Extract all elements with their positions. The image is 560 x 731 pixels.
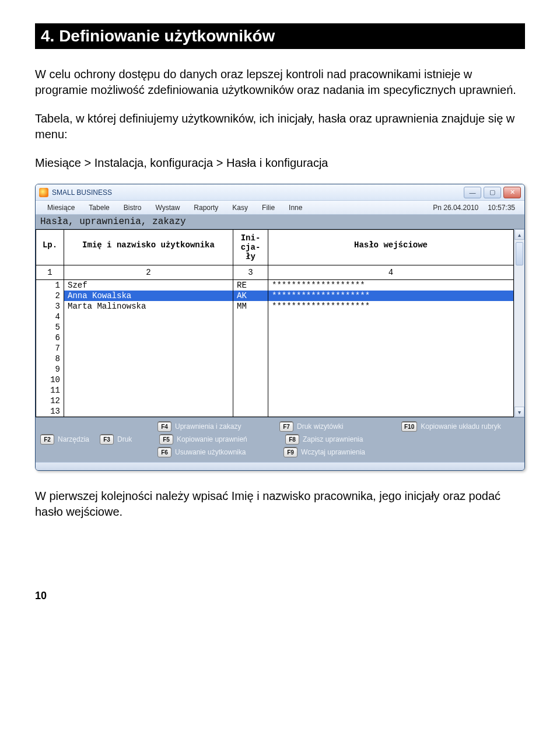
cell-initials — [233, 312, 268, 322]
fn-f10[interactable]: F10 Kopiowanie układu rubryk — [401, 421, 520, 432]
scroll-thumb[interactable] — [516, 242, 523, 265]
status-time: 10:57:35 — [483, 204, 520, 212]
fn-f8[interactable]: F8 Zapisz uprawnienia — [285, 434, 408, 445]
table-row[interactable]: 2Anna KowalskaAK******************** — [36, 291, 514, 301]
f5-key-icon: F5 — [159, 434, 173, 445]
col-header-password: Hasło wejściowe — [268, 230, 514, 265]
cell-password: ******************* — [268, 280, 514, 291]
menu-inne[interactable]: Inne — [282, 204, 309, 212]
window-status-strip — [36, 462, 524, 470]
f2-key-icon: F2 — [40, 434, 54, 445]
cell-lp: 4 — [36, 312, 64, 322]
table-row[interactable]: 3Marta MalinowskaMM******************** — [36, 301, 514, 312]
f8-key-icon: F8 — [285, 434, 299, 445]
fn-f9[interactable]: F9 Wczytaj uprawnienia — [284, 447, 406, 457]
cell-initials — [233, 396, 268, 406]
f3-key-icon: F3 — [100, 434, 114, 445]
cell-initials — [233, 322, 268, 333]
app-window: SMALL BUSINESS — ▢ ✕ Miesiące Tabele Bis… — [35, 184, 525, 471]
col-header-lp: Lp. — [36, 230, 64, 265]
cell-name — [64, 406, 233, 417]
status-date: Pn 26.04.2010 — [428, 204, 483, 212]
fn-f2[interactable]: F2 Narzędzia — [40, 434, 96, 445]
table-row[interactable]: 10 — [36, 375, 514, 385]
cell-password — [268, 354, 514, 364]
cell-lp: 13 — [36, 406, 64, 417]
intro-paragraph-1: W celu ochrony dostępu do danych oraz le… — [35, 67, 525, 98]
table-row[interactable]: 13 — [36, 406, 514, 417]
minimize-button[interactable]: — — [464, 187, 481, 198]
fn-f3[interactable]: F3 Druk — [100, 434, 156, 445]
table-row[interactable]: 6 — [36, 333, 514, 343]
menu-filie[interactable]: Filie — [255, 204, 282, 212]
f7-key-icon: F7 — [279, 421, 293, 432]
users-table: Lp. Imię i nazwisko użytkownika Ini- cja… — [36, 229, 514, 417]
menu-kasy[interactable]: Kasy — [225, 204, 255, 212]
vertical-scrollbar[interactable]: ▴ ▾ — [514, 229, 524, 417]
cell-password — [268, 312, 514, 322]
cell-name — [64, 312, 233, 322]
intro-paragraph-2: Tabela, w której definiujemy użytkownikó… — [35, 111, 525, 142]
cell-name — [64, 322, 233, 333]
cell-initials — [233, 406, 268, 417]
function-key-bar: F4 Uprawnienia i zakazy F7 Druk wizytówk… — [36, 417, 524, 462]
table-row[interactable]: 7 — [36, 343, 514, 354]
fn-f6[interactable]: F6 Usuwanie użytkownika — [158, 447, 280, 457]
fn-f5[interactable]: F5 Kopiowanie uprawnień — [159, 434, 282, 445]
table-row[interactable]: 11 — [36, 385, 514, 396]
f9-label: Wczytaj uprawnienia — [301, 448, 365, 456]
cell-password — [268, 375, 514, 385]
menu-bistro[interactable]: Bistro — [117, 204, 149, 212]
cell-password — [268, 333, 514, 343]
scroll-track[interactable] — [514, 240, 524, 407]
cell-name — [64, 343, 233, 354]
cell-initials: RE — [233, 280, 268, 291]
cell-name — [64, 385, 233, 396]
col-index-4: 4 — [268, 265, 514, 280]
fn-f7[interactable]: F7 Druk wizytówki — [279, 421, 398, 432]
menu-miesiace[interactable]: Miesiące — [40, 204, 82, 212]
cell-lp: 7 — [36, 343, 64, 354]
window-title: SMALL BUSINESS — [52, 188, 112, 197]
table-row[interactable]: 1SzefRE******************* — [36, 280, 514, 291]
section-heading: 4. Definiowanie użytkowników — [35, 23, 525, 49]
scroll-down-button[interactable]: ▾ — [514, 407, 524, 417]
col-index-3: 3 — [233, 265, 268, 280]
cell-name: Szef — [64, 280, 233, 291]
title-bar: SMALL BUSINESS — ▢ ✕ — [36, 184, 524, 201]
cell-initials: MM — [233, 301, 268, 312]
col-index-1: 1 — [36, 265, 64, 280]
cell-password — [268, 343, 514, 354]
cell-password — [268, 385, 514, 396]
cell-name — [64, 354, 233, 364]
close-button[interactable]: ✕ — [503, 187, 521, 198]
table-row[interactable]: 8 — [36, 354, 514, 364]
table-row[interactable]: 9 — [36, 364, 514, 375]
f4-key-icon: F4 — [158, 421, 172, 432]
cell-name: Marta Malinowska — [64, 301, 233, 312]
section-title-bar: Hasła, uprawnienia, zakazy — [36, 215, 524, 229]
cell-name — [64, 333, 233, 343]
table-row[interactable]: 4 — [36, 312, 514, 322]
menu-path: Miesiące > Instalacja, konfiguracja > Ha… — [35, 155, 525, 171]
f7-label: Druk wizytówki — [297, 422, 343, 431]
cell-lp: 9 — [36, 364, 64, 375]
menu-tabele[interactable]: Tabele — [82, 204, 116, 212]
cell-lp: 1 — [36, 280, 64, 291]
cell-lp: 12 — [36, 396, 64, 406]
f6-key-icon: F6 — [158, 447, 172, 457]
cell-password: ******************** — [268, 291, 514, 301]
cell-initials — [233, 354, 268, 364]
closing-paragraph: W pierwszej kolejności należy wpisać Imi… — [35, 488, 525, 520]
table-row[interactable]: 5 — [36, 322, 514, 333]
maximize-button[interactable]: ▢ — [484, 187, 501, 198]
table-row[interactable]: 12 — [36, 396, 514, 406]
menu-raporty[interactable]: Raporty — [187, 204, 225, 212]
cell-lp: 2 — [36, 291, 64, 301]
app-icon — [39, 188, 48, 197]
menu-wystaw[interactable]: Wystaw — [148, 204, 187, 212]
cell-lp: 11 — [36, 385, 64, 396]
scroll-up-button[interactable]: ▴ — [514, 229, 524, 240]
fn-f4[interactable]: F4 Uprawnienia i zakazy — [158, 421, 276, 432]
cell-initials — [233, 333, 268, 343]
